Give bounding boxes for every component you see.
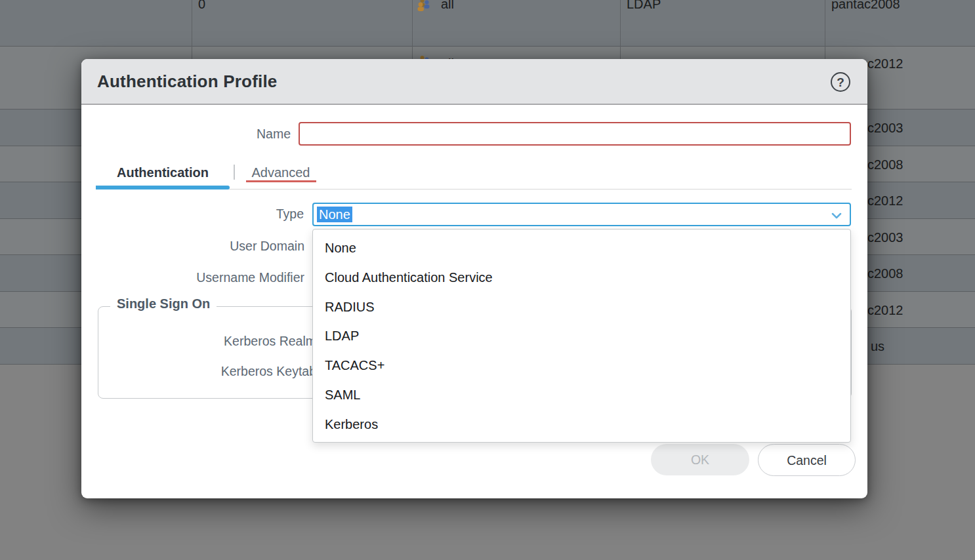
cancel-button[interactable]: Cancel bbox=[758, 444, 856, 476]
table-cell: 0 bbox=[198, 0, 205, 13]
ok-button[interactable]: OK bbox=[651, 444, 749, 475]
table-cell: us bbox=[871, 337, 884, 355]
user-domain-label: User Domain bbox=[81, 237, 304, 255]
table-cell: c2012 bbox=[867, 301, 903, 319]
dropdown-option[interactable]: None bbox=[313, 233, 850, 263]
name-label: Name bbox=[81, 125, 291, 143]
table-cell: pantac2008 bbox=[831, 0, 900, 13]
active-tab-indicator bbox=[96, 186, 230, 190]
type-selected-value: None bbox=[317, 207, 352, 222]
tab-separator bbox=[234, 165, 235, 180]
help-icon[interactable]: ? bbox=[831, 72, 850, 92]
type-label: Type bbox=[81, 205, 304, 223]
authentication-profile-dialog: Authentication Profile ? Name Authentica… bbox=[81, 59, 867, 498]
table-cell: c2008 bbox=[867, 264, 903, 283]
table-cell: c2003 bbox=[867, 228, 903, 247]
dropdown-option[interactable]: RADIUS bbox=[313, 292, 850, 322]
username-modifier-label: Username Modifier bbox=[81, 268, 304, 287]
table-row: 0allLDAPpantac2008 bbox=[0, 0, 975, 47]
kerberos-keytab-label: Kerberos Keytab bbox=[98, 362, 316, 380]
table-cell: c2008 bbox=[867, 155, 903, 174]
dropdown-option[interactable]: Cloud Authentication Service bbox=[313, 263, 850, 292]
users-icon bbox=[416, 0, 432, 16]
tab-authentication[interactable]: Authentication bbox=[96, 162, 230, 183]
dropdown-option[interactable]: SAML bbox=[313, 380, 850, 410]
dialog-header: Authentication Profile ? bbox=[81, 59, 867, 105]
dropdown-option[interactable]: Kerberos bbox=[313, 410, 850, 439]
single-sign-on-legend: Single Sign On bbox=[110, 296, 217, 311]
name-input[interactable] bbox=[299, 122, 851, 146]
dropdown-option[interactable]: TACACS+ bbox=[313, 351, 850, 380]
type-select[interactable]: None bbox=[312, 203, 851, 226]
kerberos-realm-label: Kerberos Realm bbox=[98, 332, 316, 350]
table-cell: c2012 bbox=[867, 191, 903, 210]
type-dropdown-menu: NoneCloud Authentication ServiceRADIUSLD… bbox=[312, 229, 851, 443]
chevron-down-icon[interactable] bbox=[830, 209, 843, 222]
table-cell: c2012 bbox=[867, 54, 903, 73]
advanced-tab-error-underline bbox=[246, 180, 316, 182]
table-cell: LDAP bbox=[627, 0, 661, 13]
dropdown-option[interactable]: LDAP bbox=[313, 321, 850, 351]
table-cell: c2003 bbox=[867, 119, 903, 137]
table-cell: all bbox=[441, 0, 454, 13]
dialog-title: Authentication Profile bbox=[97, 59, 278, 104]
